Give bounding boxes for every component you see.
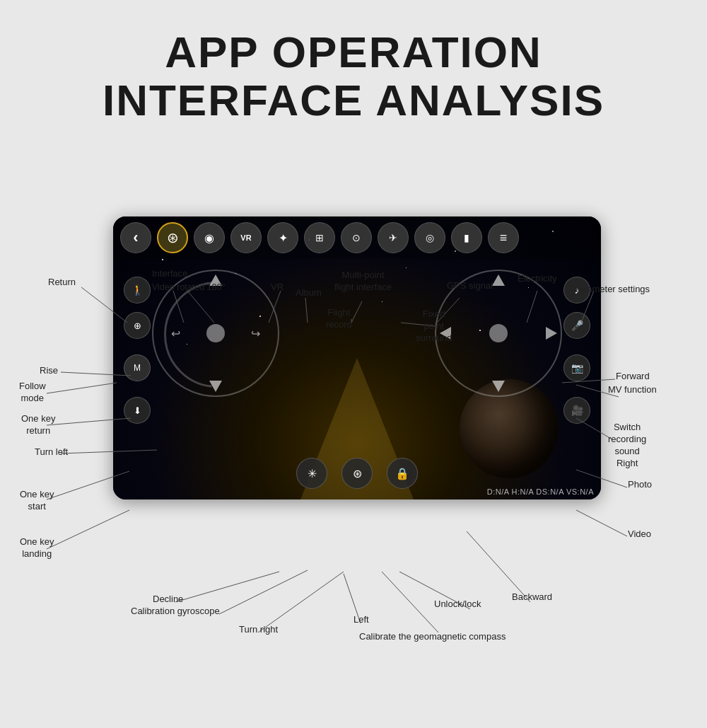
bottom-buttons: ✳ ⊛ 🔒 bbox=[296, 458, 418, 489]
follow-mode-button[interactable]: 🚶 bbox=[124, 277, 151, 304]
label-video-rotated: Video rotated 180° bbox=[152, 282, 225, 293]
label-rise: Rise bbox=[40, 365, 58, 377]
label-backward: Backward bbox=[512, 591, 552, 603]
page: APP OPERATION INTERFACE ANALYSIS bbox=[0, 0, 707, 669]
label-return: Return bbox=[48, 277, 76, 289]
label-gps: GPS signal bbox=[447, 280, 493, 292]
label-fixed-point: Fixed point surround bbox=[416, 308, 452, 345]
label-photo: Photo bbox=[628, 479, 652, 491]
photo-button[interactable]: 📷 bbox=[563, 354, 590, 381]
label-electricity: Electricity bbox=[518, 273, 557, 285]
label-follow-mode: Follow mode bbox=[19, 381, 46, 405]
svg-line-18 bbox=[219, 570, 308, 614]
label-switch-recording: Switch recording sound Right bbox=[608, 422, 646, 470]
label-calibration-gyroscope: Calibration gyroscope bbox=[131, 606, 220, 618]
svg-line-21 bbox=[382, 572, 438, 632]
label-interface: Interface bbox=[152, 268, 188, 280]
svg-line-16 bbox=[47, 510, 129, 549]
video-button[interactable]: 🎥 bbox=[563, 397, 590, 424]
eye-button[interactable]: ◉ bbox=[194, 222, 225, 253]
signal-button[interactable]: ◎ bbox=[414, 222, 445, 253]
label-video: Video bbox=[628, 528, 651, 541]
label-flight-record: Flight record bbox=[326, 307, 352, 331]
back-button[interactable]: ‹ bbox=[120, 222, 151, 253]
one-key-return-button[interactable]: ⊕ bbox=[124, 312, 151, 339]
vr-button[interactable]: VR bbox=[230, 222, 262, 253]
gamepad-button[interactable]: ⊛ bbox=[157, 222, 188, 253]
svg-line-17 bbox=[175, 572, 279, 602]
label-turn-left: Turn left bbox=[35, 446, 68, 458]
waypoint-button[interactable]: ⊙ bbox=[341, 222, 372, 253]
map-button[interactable]: ⊞ bbox=[304, 222, 335, 253]
svg-line-28 bbox=[576, 510, 627, 536]
label-decline: Decline bbox=[153, 594, 183, 606]
label-unlock-lock: Unlock/lock bbox=[434, 599, 481, 611]
unlock-lock-button[interactable]: 🔒 bbox=[387, 458, 418, 489]
drone-screen: ‹ ⊛ ◉ VR ✦ ⊞ ⊙ ✈ ◎ ▮ ≡ 🚶 ⊕ M bbox=[113, 216, 601, 499]
label-one-key-start: One key start bbox=[20, 489, 54, 513]
label-multipoint: Multi-point flight interface bbox=[334, 270, 392, 294]
label-album: Album bbox=[296, 287, 322, 299]
label-one-key-landing: One key landing bbox=[20, 536, 54, 560]
page-title: APP OPERATION INTERFACE ANALYSIS bbox=[0, 0, 707, 139]
battery-button[interactable]: ▮ bbox=[451, 222, 482, 253]
diagram-area: ‹ ⊛ ◉ VR ✦ ⊞ ⊙ ✈ ◎ ▮ ≡ 🚶 ⊕ M bbox=[0, 139, 707, 669]
label-one-key-return: One key return bbox=[21, 413, 55, 437]
top-toolbar: ‹ ⊛ ◉ VR ✦ ⊞ ⊙ ✈ ◎ ▮ ≡ bbox=[113, 216, 601, 259]
label-vr: VR bbox=[271, 282, 284, 294]
label-forward: Forward bbox=[616, 371, 650, 383]
calibration-gyroscope-button[interactable]: ✳ bbox=[296, 458, 327, 489]
label-calibrate-geomagnetic: Calibrate the geomagnetic compass bbox=[359, 631, 506, 643]
title-line1: APP OPERATION bbox=[165, 28, 542, 76]
svg-line-12 bbox=[47, 383, 117, 393]
label-parameter-settings: Parameter settings bbox=[573, 284, 650, 296]
one-key-landing-button[interactable]: ⬇ bbox=[124, 397, 151, 424]
menu-button[interactable]: ≡ bbox=[488, 222, 519, 253]
switch-recording-right-button[interactable]: 🎤 bbox=[563, 312, 590, 339]
status-bar: D:N/A H:N/A DS:N/A VS:N/A bbox=[487, 487, 594, 496]
one-key-start-button[interactable]: M bbox=[124, 354, 151, 381]
poi-button[interactable]: ✈ bbox=[378, 222, 409, 253]
label-mv-function: MV function bbox=[608, 384, 657, 396]
label-left: Left bbox=[354, 614, 369, 626]
compass-calibrate-button[interactable]: ⊛ bbox=[341, 458, 373, 489]
record-button[interactable]: ✦ bbox=[267, 222, 298, 253]
label-turn-right: Turn right bbox=[239, 624, 278, 636]
title-line2: INTERFACE ANALYSIS bbox=[103, 76, 604, 125]
